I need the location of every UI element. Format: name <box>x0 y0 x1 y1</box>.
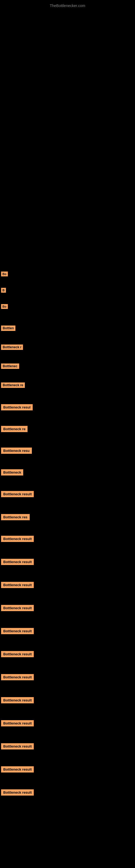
bottleneck-result-label[interactable]: Bottleneck result <box>1 789 34 796</box>
list-item: Bottleneck result <box>1 491 34 497</box>
site-title-text: TheBottlenecker.com <box>50 3 85 8</box>
list-item: Bottleneck resul <box>1 404 33 410</box>
list-item: Bottleneck result <box>1 720 34 726</box>
list-item: Bottleneck resu <box>1 447 32 454</box>
bottleneck-result-label[interactable]: Bottleneck result <box>1 697 34 703</box>
list-item: Bottleneck result <box>1 605 34 611</box>
list-item: Bottleneck result <box>1 674 34 680</box>
list-item: Bottlenec <box>1 364 19 369</box>
bottleneck-result-label[interactable]: Bottleneck resul <box>1 404 33 410</box>
bottleneck-result-label[interactable]: Bottleneck result <box>1 491 34 497</box>
bottleneck-result-label[interactable]: Bottleneck resu <box>1 447 32 454</box>
bottleneck-result-label[interactable]: Bottleneck result <box>1 605 34 611</box>
bottleneck-result-label[interactable]: Bottleneck result <box>1 582 34 588</box>
list-item: Bottleneck re <box>1 426 28 432</box>
bottleneck-result-label[interactable]: Bottleneck result <box>1 559 34 565</box>
bottleneck-result-label[interactable]: Bottleneck result <box>1 743 34 749</box>
list-item: Bottleneck result <box>1 628 34 634</box>
bottleneck-result-label[interactable]: Bottleneck <box>1 469 23 475</box>
list-item: Bottleneck result <box>1 651 34 657</box>
list-item: Bottleneck result <box>1 697 34 703</box>
list-item: Bottleneck r <box>1 344 23 350</box>
bottleneck-result-label[interactable]: Bottleneck result <box>1 536 34 542</box>
bottleneck-result-label[interactable]: Bottlenec <box>1 364 19 369</box>
list-item: Bottleneck result <box>1 559 34 565</box>
bottleneck-result-label[interactable]: Bottleneck res <box>1 514 30 520</box>
bottleneck-result-label[interactable]: B <box>1 288 6 293</box>
bottleneck-result-label[interactable]: Bottleneck re <box>1 382 25 388</box>
list-item: Bo <box>1 304 8 309</box>
bottleneck-result-label[interactable]: Bottleneck re <box>1 426 28 432</box>
bottleneck-result-label[interactable]: Bottleneck result <box>1 651 34 657</box>
list-item: Bottlen <box>1 326 15 331</box>
list-item: Bottleneck res <box>1 514 30 520</box>
list-item: Bottleneck <box>1 469 23 475</box>
site-title: TheBottlenecker.com <box>0 1 135 10</box>
bottleneck-result-label[interactable]: Bo <box>1 304 8 309</box>
list-item: Bottleneck result <box>1 743 34 749</box>
bottleneck-result-label[interactable]: Bottleneck r <box>1 344 23 350</box>
bottleneck-result-label[interactable]: Bottlen <box>1 326 15 331</box>
bottleneck-result-label[interactable]: Bottleneck result <box>1 674 34 680</box>
list-item: Bottleneck result <box>1 789 34 796</box>
list-item: B <box>1 287 6 293</box>
list-item: Bo <box>1 271 8 276</box>
bottleneck-result-label[interactable]: Bo <box>1 272 8 276</box>
list-item: Bottleneck result <box>1 536 34 542</box>
bottleneck-result-label[interactable]: Bottleneck result <box>1 766 34 773</box>
list-item: Bottleneck result <box>1 582 34 588</box>
list-item: Bottleneck re <box>1 382 25 388</box>
list-item: Bottleneck result <box>1 766 34 773</box>
bottleneck-result-label[interactable]: Bottleneck result <box>1 720 34 726</box>
bottleneck-result-label[interactable]: Bottleneck result <box>1 628 34 634</box>
